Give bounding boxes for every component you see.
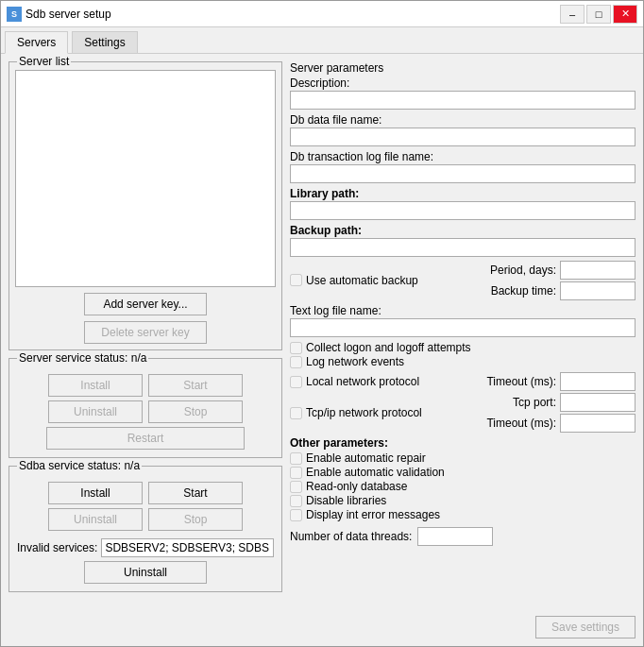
sdba-uninstall-button[interactable]: Uninstall	[48, 508, 143, 531]
local-timeout-input[interactable]	[560, 372, 636, 391]
close-button[interactable]: ✕	[613, 5, 637, 24]
tcp-timeout-input[interactable]	[560, 414, 636, 433]
tab-servers[interactable]: Servers	[5, 31, 68, 54]
description-input[interactable]	[290, 91, 636, 110]
collect-logon-label: Collect logon and logoff attempts	[306, 341, 471, 354]
tcp-port-label: Tcp port:	[513, 396, 556, 409]
sdba-start-button[interactable]: Start	[148, 482, 243, 504]
db-data-file-label: Db data file name:	[290, 113, 636, 127]
enable-repair-row: Enable automatic repair	[290, 451, 636, 465]
collect-logon-checkbox[interactable]	[290, 342, 302, 354]
local-network-checkbox[interactable]	[290, 376, 302, 388]
tcp-network-label: Tcp/ip network protocol	[306, 406, 422, 419]
readonly-db-row: Read-only database	[290, 480, 636, 493]
tcp-network-row: Tcp/ip network protocol	[290, 406, 422, 419]
invalid-services-label: Invalid services:	[17, 541, 97, 554]
auto-backup-checkbox[interactable]	[290, 274, 302, 286]
window-title: Sdb server setup	[25, 8, 560, 21]
title-bar: S Sdb server setup – □ ✕	[1, 1, 643, 27]
period-days-label: Period, days:	[490, 264, 556, 277]
server-restart-button[interactable]: Restart	[46, 427, 245, 450]
tab-bar: Servers Settings	[1, 27, 643, 54]
text-log-input[interactable]	[290, 318, 636, 337]
enable-repair-label: Enable automatic repair	[306, 451, 426, 465]
backup-path-input[interactable]	[290, 238, 636, 257]
main-window: S Sdb server setup – □ ✕ Servers Setting…	[0, 0, 644, 647]
enable-validation-row: Enable automatic validation	[290, 466, 636, 479]
db-transaction-log-input[interactable]	[290, 164, 636, 183]
add-server-key-button[interactable]: Add server key...	[84, 293, 207, 315]
tcp-port-input[interactable]	[560, 393, 636, 412]
server-install-button[interactable]: Install	[48, 374, 143, 397]
library-path-label: Library path:	[290, 187, 636, 200]
readonly-db-label: Read-only database	[306, 480, 407, 493]
display-int-checkbox[interactable]	[290, 509, 302, 521]
collect-logon-row: Collect logon and logoff attempts	[290, 341, 636, 354]
sdba-service-title: Sdba service status: n/a	[17, 459, 142, 472]
window-controls: – □ ✕	[560, 5, 637, 24]
enable-repair-checkbox[interactable]	[290, 452, 302, 465]
save-settings-button[interactable]: Save settings	[535, 616, 636, 638]
enable-validation-label: Enable automatic validation	[306, 466, 445, 479]
period-days-input[interactable]	[560, 261, 636, 280]
backup-path-label: Backup path:	[290, 224, 636, 237]
content-area: Server list Add server key... Delete ser…	[1, 54, 643, 646]
disable-libraries-checkbox[interactable]	[290, 495, 302, 507]
server-uninstall-button[interactable]: Uninstall	[48, 400, 143, 423]
log-network-row: Log network events	[290, 355, 636, 368]
tcp-timeout-label: Timeout (ms):	[486, 417, 556, 430]
local-timeout-label: Timeout (ms):	[486, 375, 556, 388]
server-list-box[interactable]	[15, 70, 276, 287]
right-panel-inner: Server parameters Description: Db data f…	[290, 61, 636, 638]
app-icon: S	[7, 7, 22, 22]
threads-input[interactable]	[417, 527, 493, 546]
sdba-service-group: Sdba service status: n/a Install Start U…	[8, 466, 282, 592]
other-params-title: Other parameters:	[290, 436, 636, 450]
server-service-group: Server service status: n/a Install Start…	[8, 358, 282, 458]
save-row: Save settings	[290, 616, 636, 638]
auto-backup-row: Use automatic backup	[290, 274, 418, 287]
params-area: Server parameters Description: Db data f…	[290, 61, 636, 612]
tcp-network-checkbox[interactable]	[290, 407, 302, 419]
invalid-uninstall-button[interactable]: Uninstall	[84, 561, 207, 584]
tab-settings[interactable]: Settings	[72, 31, 137, 53]
left-panel: Server list Add server key... Delete ser…	[8, 61, 282, 638]
db-transaction-log-label: Db transaction log file name:	[290, 150, 636, 163]
server-list-label: Server list	[17, 55, 71, 68]
readonly-db-checkbox[interactable]	[290, 481, 302, 493]
backup-time-label: Backup time:	[491, 284, 556, 298]
description-label: Description:	[290, 77, 636, 90]
library-path-input[interactable]	[290, 201, 636, 220]
local-network-row: Local network protocol	[290, 375, 419, 388]
disable-libraries-row: Disable libraries	[290, 494, 636, 507]
disable-libraries-label: Disable libraries	[306, 494, 386, 507]
minimize-button[interactable]: –	[560, 5, 585, 24]
log-network-checkbox[interactable]	[290, 356, 302, 368]
display-int-label: Display int error messages	[306, 508, 440, 521]
right-panel: Server parameters Description: Db data f…	[290, 61, 636, 638]
server-params-title: Server parameters	[290, 61, 636, 75]
server-list-group: Server list Add server key... Delete ser…	[8, 61, 282, 350]
server-stop-button[interactable]: Stop	[148, 400, 243, 423]
local-network-label: Local network protocol	[306, 375, 419, 388]
server-service-title: Server service status: n/a	[17, 351, 148, 365]
enable-validation-checkbox[interactable]	[290, 467, 302, 479]
backup-time-input[interactable]	[560, 281, 636, 300]
invalid-services-input[interactable]	[101, 538, 274, 557]
maximize-button[interactable]: □	[586, 5, 611, 24]
sdba-stop-button[interactable]: Stop	[148, 508, 243, 531]
auto-backup-label: Use automatic backup	[306, 274, 418, 287]
log-network-label: Log network events	[306, 355, 404, 368]
server-start-button[interactable]: Start	[148, 374, 243, 397]
db-data-file-input[interactable]	[290, 128, 636, 146]
text-log-label: Text log file name:	[290, 304, 636, 317]
sdba-install-button[interactable]: Install	[48, 482, 143, 504]
delete-server-key-button[interactable]: Delete server key	[84, 321, 207, 344]
threads-label: Number of data threads:	[290, 530, 412, 543]
display-int-row: Display int error messages	[290, 508, 636, 521]
